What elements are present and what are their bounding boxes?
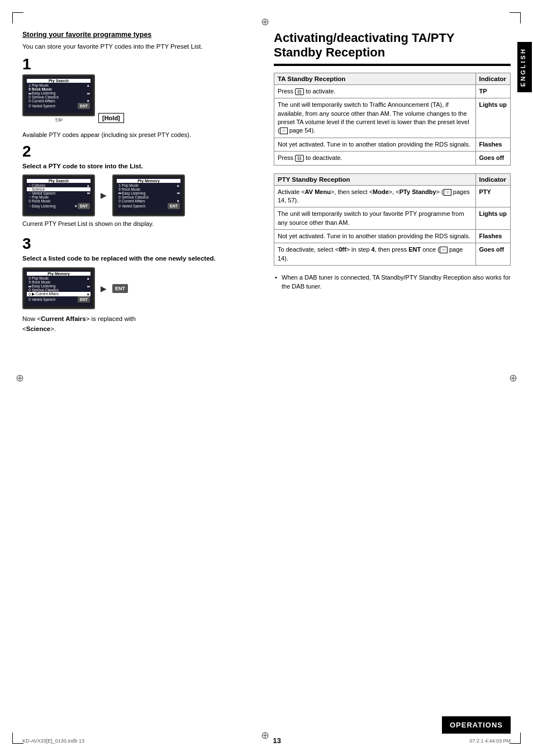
- pty-cell-2-1: The unit will temporarily switch to your…: [274, 207, 476, 230]
- ta-indicator-4: Goes off: [475, 152, 511, 165]
- ta-row-2: The unit will temporarily switch to Traf…: [274, 98, 511, 138]
- screen-row: ☼ Cultures ▲: [27, 183, 91, 187]
- screen-row: 0 Varied Speech ENT: [27, 103, 91, 109]
- operations-tab: OPERATIONS: [442, 716, 511, 734]
- footer-right: 07.2.1 4:44:03 PM: [469, 738, 511, 744]
- screen-row: ⏭ Easy Listening ⏭: [27, 91, 91, 95]
- ta-indicator-2: Lights up: [475, 98, 511, 138]
- screen-row: 0 Varied Speech ENT: [27, 296, 91, 303]
- ent-button: ENT: [112, 284, 128, 293]
- screen-row-selected: ☼ Science: [27, 187, 91, 191]
- pty-cell-4-1: To deactivate, select <0ff> in step 4, t…: [274, 243, 476, 266]
- pty-search-screen-1: Pty Search 1 Pop Music ▲ 9 Rock Music: [26, 78, 92, 113]
- step-1-number: 1: [22, 56, 257, 72]
- corner-mark-br: [510, 733, 521, 744]
- corner-mark-tl: [12, 12, 23, 23]
- bullet-note: When a DAB tuner is connected, TA Standb…: [274, 273, 511, 291]
- crosshair-top: [261, 16, 272, 27]
- pty-indicator-1: PTY: [475, 185, 511, 207]
- screen-row: 0 Serious Classics: [117, 195, 180, 199]
- left-column: Storing your favorite programme types Yo…: [22, 31, 257, 342]
- pty-indicator-3: Flashes: [475, 230, 511, 243]
- step-3: 3 Select a listed code to be replaced wi…: [22, 236, 257, 334]
- pty-indicator-2: Lights up: [475, 207, 511, 230]
- crosshair-right: [509, 372, 517, 384]
- screen-row: 1 Pop Music ▲: [27, 83, 91, 87]
- pty-table: PTY Standby Reception Indicator Activate…: [274, 173, 511, 266]
- step-2-number: 2: [22, 144, 257, 159]
- screen-title-1: Pty Search: [27, 79, 91, 83]
- screen-row: ☼ Pop Music: [27, 195, 91, 199]
- section-title: Storing your favorite programme types: [22, 31, 257, 39]
- step-3-number: 3: [22, 236, 257, 252]
- screen-title: Pty Memory: [117, 179, 180, 183]
- tp-label: T/P: [55, 117, 63, 123]
- step-2-note: Current PTY Preset List is shown on the …: [22, 220, 257, 228]
- ta-cell-4-1: Press ⊟ to deactivate.: [274, 152, 476, 165]
- english-tab: ENGLISH: [517, 42, 532, 92]
- pty-memory-screen-step3: Pty Memory 0 Pop Music ▲ 9 Rock Music ⏭: [22, 267, 95, 309]
- screen-row: 0 Varied Speech ENT: [117, 203, 180, 209]
- screen-row-selected: 0 ▶ Current Affairs ▼: [27, 292, 91, 296]
- screen-row: 0 Current Affairs ▼: [27, 99, 91, 103]
- corner-mark-bl: [12, 733, 23, 744]
- title-underline: [274, 64, 511, 66]
- ta-row-4: Press ⊟ to deactivate. Goes off: [274, 152, 511, 165]
- step-1-device-row: Pty Search 1 Pop Music ▲ 9 Rock Music: [22, 74, 257, 123]
- step-2-description: Select a PTY code to store into the List…: [22, 162, 257, 171]
- arrow-right-step3-icon: ▶: [101, 284, 107, 293]
- screen-row: 9 Rock Music: [117, 187, 180, 191]
- screen-row: ☼ Easy Listening ▼ ENT: [27, 203, 91, 209]
- step-3-device-row: Pty Memory 0 Pop Music ▲ 9 Rock Music ⏭: [22, 267, 257, 309]
- pty-row-3: Not yet activated. Tune in to another st…: [274, 230, 511, 243]
- screen-row: 9 Rock Music: [27, 280, 91, 284]
- ta-table-header-col1: TA Standby Reception: [274, 73, 476, 84]
- pty-row-4: To deactivate, select <0ff> in step 4, t…: [274, 243, 511, 266]
- screen-row: ⏭ Easy Listening ⏭: [27, 284, 91, 288]
- hold-label-container: [Hold]: [98, 112, 124, 123]
- ta-indicator-1: TP: [475, 84, 511, 98]
- screen-row: 0 Rock Music: [27, 199, 91, 203]
- deactivate-button-icon: ⊟: [295, 155, 304, 162]
- available-text: Available PTY codes appear (including si…: [22, 131, 257, 139]
- step-3-result: Now <Current Affairs> is replaced with <…: [22, 314, 257, 334]
- page-footer: KD-AVX33[E]_0130.indb 13 13 07.2.1 4:44:…: [22, 736, 511, 745]
- crosshair-left: [16, 372, 24, 384]
- ta-row-3: Not yet activated. Tune in to another st…: [274, 138, 511, 151]
- ta-cell-1-1: Press ⊟ to activate.: [274, 84, 476, 98]
- step-2-device-row: Pty Search ☼ Cultures ▲ ☼ Science ☼ V: [22, 174, 257, 216]
- pty-memory-screen-step2: Pty Memory 1 Pop Music ▲ 9 Rock Music ⏭: [112, 174, 185, 216]
- pty-row-1: Activate <AV Menu>, then select <Mode>, …: [274, 185, 511, 207]
- pty-cell-1-1: Activate <AV Menu>, then select <Mode>, …: [274, 185, 476, 207]
- step-1-screen: Pty Search 1 Pop Music ▲ 9 Rock Music: [22, 74, 95, 116]
- pty-indicator-4: Goes off: [475, 243, 511, 266]
- screen-row: 0 Serious Classics: [27, 95, 91, 99]
- pty-cell-3-1: Not yet activated. Tune in to another st…: [274, 230, 476, 243]
- corner-mark-tr: [510, 12, 521, 23]
- activate-button-icon: ⊟: [295, 88, 304, 95]
- screen-row: 0 Pop Music ▲: [27, 276, 91, 280]
- footer-left: KD-AVX33[E]_0130.indb 13: [22, 738, 84, 744]
- arrow-right-icon: ▶: [101, 191, 107, 200]
- screen-row: 0 Current Affairs ▼: [117, 199, 180, 203]
- screen-row: 1 Pop Music ▲: [117, 183, 180, 187]
- section-intro: You can store your favorite PTY codes in…: [22, 42, 257, 51]
- page-ref-icon: ☞: [280, 127, 288, 134]
- screen-content: Pty Memory 0 Pop Music ▲ 9 Rock Music ⏭: [26, 271, 92, 306]
- hold-label: [Hold]: [98, 113, 124, 123]
- main-title: Activating/deactivating TA/PTY Standby R…: [274, 31, 511, 60]
- ta-indicator-3: Flashes: [475, 138, 511, 151]
- pty-row-2: The unit will temporarily switch to your…: [274, 207, 511, 230]
- ta-cell-3-1: Not yet activated. Tune in to another st…: [274, 138, 476, 151]
- ta-table-header-col2: Indicator: [475, 73, 511, 84]
- page-ref-icon-2: ☞: [444, 189, 451, 196]
- pty-search-screen-2: Pty Search ☼ Cultures ▲ ☼ Science ☼ V: [22, 174, 95, 216]
- screen-row: ☼ Varied Speech ⏭: [27, 191, 91, 195]
- screen-title: Pty Search: [27, 179, 91, 183]
- screen-row: ⏭ Easy Listening ⏭: [117, 191, 180, 195]
- pty-table-header-col2: Indicator: [475, 173, 511, 185]
- screen-content: Pty Search ☼ Cultures ▲ ☼ Science ☼ V: [26, 178, 92, 213]
- step-3-description: Select a listed code to be replaced with…: [22, 254, 257, 263]
- ta-table: TA Standby Reception Indicator Press ⊟ t…: [274, 73, 511, 166]
- screen-content: Pty Memory 1 Pop Music ▲ 9 Rock Music ⏭: [116, 178, 182, 213]
